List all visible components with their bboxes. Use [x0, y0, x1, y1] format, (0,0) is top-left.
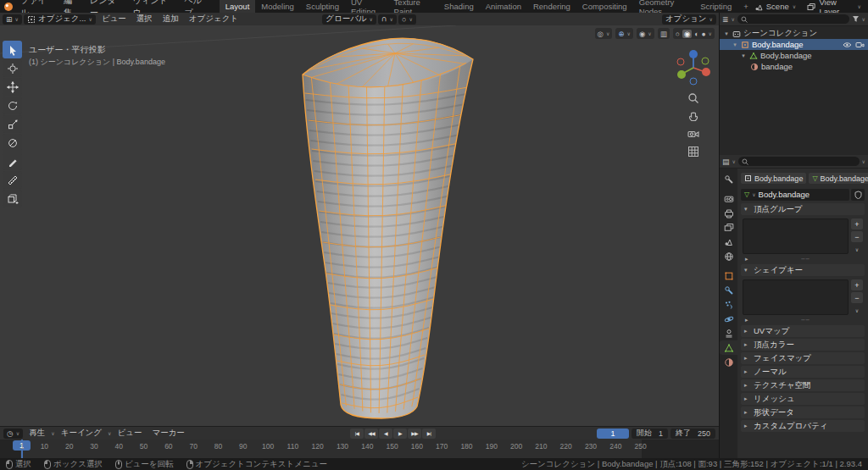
- section-header[interactable]: ▾ 頂点グループ: [741, 203, 865, 215]
- breadcrumb-data[interactable]: ▽ Body.bandage: [809, 173, 868, 184]
- shading-solid-button[interactable]: ◉: [682, 30, 692, 38]
- transform-orientation-dropdown[interactable]: グローバル ∨: [322, 14, 376, 25]
- list-filter-toggle[interactable]: ▸: [745, 317, 751, 323]
- orientation-gizmo[interactable]: [673, 46, 714, 86]
- mesh-datablock-field[interactable]: ▽ ∨ Body.bandage: [741, 189, 849, 201]
- play-reverse-button[interactable]: ◀: [379, 429, 392, 439]
- disable-in-render-icon[interactable]: [855, 41, 865, 48]
- fake-user-button[interactable]: [851, 189, 865, 201]
- properties-search-input[interactable]: [738, 157, 860, 166]
- menu-keying[interactable]: キーイング: [57, 428, 106, 439]
- add-cube-tool[interactable]: [3, 190, 22, 207]
- workspace-tab-modeling[interactable]: Modeling: [255, 0, 300, 13]
- tab-constraints[interactable]: [720, 326, 737, 340]
- tab-particles[interactable]: [720, 297, 737, 312]
- rotate-tool[interactable]: [3, 97, 22, 114]
- list-resize-grip[interactable]: ┉┉: [801, 317, 810, 323]
- play-button[interactable]: ▶: [393, 429, 407, 439]
- workspace-tab-compositing[interactable]: Compositing: [576, 0, 633, 13]
- tab-view-layer[interactable]: [720, 220, 737, 235]
- section-face-maps[interactable]: ▸ フェイスマップ: [741, 352, 865, 364]
- workspace-tab-sculpting[interactable]: Sculpting: [300, 0, 345, 13]
- menu-add[interactable]: 追加: [159, 14, 183, 25]
- shading-material-button[interactable]: ◐: [694, 30, 698, 38]
- zoom-view-button[interactable]: [687, 92, 699, 104]
- annotate-tool[interactable]: [3, 152, 22, 170]
- workspace-tab-rendering[interactable]: Rendering: [527, 0, 576, 13]
- tab-tool[interactable]: [720, 172, 737, 186]
- xray-toggle[interactable]: ▥: [658, 28, 670, 39]
- editor-type-button[interactable]: ⊞ ∨: [3, 14, 22, 25]
- toggle-ortho-button[interactable]: [687, 146, 699, 158]
- shading-rendered-button[interactable]: ●: [701, 30, 705, 38]
- outliner-row-object[interactable]: ▾ Body.bandage: [720, 39, 868, 50]
- options-dropdown[interactable]: オプション ∨: [662, 14, 716, 25]
- pan-view-button[interactable]: [687, 110, 699, 122]
- menu-object[interactable]: オブジェクト: [185, 14, 242, 25]
- remove-vertex-group-button[interactable]: −: [851, 231, 863, 242]
- current-frame-field[interactable]: 1: [597, 429, 629, 439]
- timeline-ruler[interactable]: 1 11020304050607080901001101201301401501…: [0, 440, 719, 458]
- menu-view[interactable]: ビュー: [97, 14, 131, 25]
- remove-shape-key-button[interactable]: −: [851, 292, 863, 303]
- tab-output[interactable]: [720, 206, 737, 220]
- expand-caret-icon[interactable]: ▾: [723, 30, 730, 37]
- menu-timeline-view[interactable]: ビュー: [113, 428, 146, 439]
- scene-selector[interactable]: Scene: [766, 2, 789, 11]
- hide-in-viewport-icon[interactable]: [843, 41, 852, 48]
- tab-object-data[interactable]: [720, 340, 737, 355]
- start-frame-field[interactable]: 開始 1: [632, 429, 668, 439]
- measure-tool[interactable]: [3, 171, 22, 189]
- expand-caret-icon[interactable]: ▾: [740, 53, 747, 59]
- timeline-editor-type-button[interactable]: ◷ ∨: [3, 429, 23, 439]
- jump-to-end-button[interactable]: ▶|: [422, 429, 436, 439]
- camera-view-button[interactable]: [687, 128, 699, 140]
- vertex-groups-list[interactable]: [743, 218, 849, 254]
- object-type-visibility-button[interactable]: ◎ ∨: [595, 28, 613, 39]
- viewport-3d[interactable]: ユーザー・平行投影 (1) シーンコレクション | Body.bandage: [0, 25, 719, 426]
- add-vertex-group-button[interactable]: +: [851, 218, 863, 229]
- outliner-row-mesh-data[interactable]: ▾ Body.bandage: [720, 50, 868, 61]
- snap-toggle[interactable]: ∪ ∨: [378, 14, 397, 25]
- move-tool[interactable]: [3, 78, 22, 96]
- workspace-tab-uv-editing[interactable]: UV Editing: [345, 0, 388, 13]
- section-vertex-colors[interactable]: ▸ 頂点カラー: [741, 339, 865, 351]
- next-keyframe-button[interactable]: ▶▶: [408, 429, 421, 439]
- section-header[interactable]: ▾ シェイプキー: [741, 264, 865, 276]
- tab-modifiers[interactable]: [720, 283, 737, 297]
- menu-edit[interactable]: 編集: [58, 0, 85, 13]
- tab-object[interactable]: [720, 268, 737, 283]
- add-shape-key-button[interactable]: +: [851, 279, 863, 290]
- jump-to-start-button[interactable]: |◀: [350, 429, 364, 439]
- outliner-row-material[interactable]: bandage: [720, 61, 868, 72]
- workspace-tab-layout[interactable]: Layout: [220, 0, 256, 13]
- outliner-row-scene-collection[interactable]: ▾ シーンコレクション: [720, 28, 868, 39]
- workspace-tab-scripting[interactable]: Scripting: [694, 0, 737, 13]
- outliner-editor-icon[interactable]: ≣: [722, 15, 729, 24]
- section-uv-maps[interactable]: ▸ UVマップ: [741, 325, 865, 337]
- section-custom-properties[interactable]: ▸ カスタムプロパティ: [741, 420, 865, 432]
- blender-logo-icon[interactable]: [3, 2, 14, 12]
- properties-editor-icon[interactable]: ▤: [722, 158, 730, 166]
- cursor-tool[interactable]: [3, 59, 22, 77]
- add-workspace-button[interactable]: +: [737, 0, 754, 13]
- gizmos-button[interactable]: ⊕ ∨: [615, 28, 633, 39]
- menu-file[interactable]: ファイル: [15, 0, 58, 13]
- workspace-tab-shading[interactable]: Shading: [438, 0, 480, 13]
- box-select-tool[interactable]: [3, 41, 22, 58]
- tab-render[interactable]: [720, 191, 737, 206]
- vertex-group-specials-button[interactable]: ∨: [851, 244, 863, 255]
- shading-wireframe-button[interactable]: ○: [676, 30, 680, 38]
- workspace-tab-geometry-nodes[interactable]: Geometry Nodes: [633, 0, 695, 13]
- section-texture-space[interactable]: ▸ テクスチャ空間: [741, 379, 865, 391]
- proportional-edit-toggle[interactable]: ○ ∨: [398, 14, 416, 25]
- transform-tool[interactable]: [3, 134, 22, 152]
- tab-material[interactable]: [720, 355, 737, 369]
- scale-tool[interactable]: [3, 115, 22, 133]
- overlays-button[interactable]: ◉ ∨: [637, 28, 654, 39]
- section-geometry-data[interactable]: ▸ 形状データ: [741, 406, 865, 418]
- mode-dropdown[interactable]: オブジェク... ∨: [24, 14, 96, 25]
- menu-playback[interactable]: 再生: [25, 428, 49, 439]
- shape-keys-list[interactable]: [743, 279, 849, 315]
- expand-caret-icon[interactable]: ▾: [732, 41, 738, 48]
